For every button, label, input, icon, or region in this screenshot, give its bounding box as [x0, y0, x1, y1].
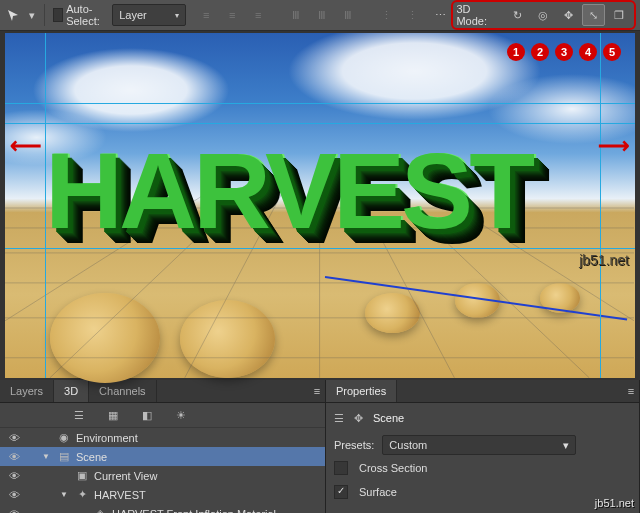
tree-item-label: HARVEST [94, 489, 325, 501]
auto-select-label: Auto-Select: [66, 3, 106, 27]
3d-drag-icon[interactable]: ✥ [556, 4, 580, 26]
canvas[interactable]: HARVEST ⟵ ⟶ 1 2 3 4 5 jb51.net [5, 33, 635, 378]
surface-label: Surface [359, 486, 397, 498]
visibility-icon[interactable]: 👁 [4, 508, 24, 514]
annotation-arrow-right: ⟶ [598, 133, 630, 159]
3d-slide-icon[interactable]: ⤡ [582, 4, 606, 26]
chevron-down-icon: ▾ [175, 11, 179, 20]
annotation-badge: 2 [531, 43, 549, 61]
camera-icon: ▣ [74, 469, 90, 482]
3d-rotate-icon[interactable]: ↻ [505, 4, 529, 26]
sphere-icon: ◉ [56, 431, 72, 444]
watermark: jb51.net [579, 252, 629, 268]
hay-bale [180, 300, 275, 378]
properties-header: ☰ ✥ Scene [334, 407, 631, 429]
presets-dropdown[interactable]: Custom ▾ [382, 435, 576, 455]
filter-material-icon[interactable]: ◧ [138, 406, 156, 424]
coords-icon[interactable]: ✥ [354, 412, 363, 425]
watermark: jb51.net [595, 497, 634, 509]
scene-icon: ▤ [56, 450, 72, 463]
3d-roll-icon[interactable]: ◎ [531, 4, 555, 26]
tab-3d[interactable]: 3D [54, 380, 89, 402]
tree-item-label: Current View [94, 470, 325, 482]
cross-section-label: Cross Section [359, 462, 427, 474]
align-hcenter-icon[interactable]: Ⅲ [310, 3, 334, 27]
tree-item[interactable]: 👁▣Current View [0, 466, 325, 485]
scene-icon: ☰ [334, 412, 344, 425]
guide[interactable] [5, 103, 635, 104]
3d-filter-bar: ☰ ▦ ◧ ☀ [0, 403, 325, 428]
presets-value: Custom [389, 439, 427, 451]
surface-row: Surface [334, 485, 631, 499]
tab-channels[interactable]: Channels [89, 380, 156, 402]
align-right-icon[interactable]: Ⅲ [336, 3, 360, 27]
align-left-icon[interactable]: Ⅲ [284, 3, 308, 27]
cross-section-row[interactable]: Cross Section [334, 461, 631, 475]
distribute-group: Ⅲ Ⅲ Ⅲ [284, 3, 360, 27]
tree-item[interactable]: 👁▼▤Scene [0, 447, 325, 466]
auto-select-checkbox[interactable] [53, 8, 63, 22]
3d-mode-group: 3D Mode: ↻ ◎ ✥ ⤡ ❐ [451, 0, 636, 30]
tree-item-label: HARVEST Front Inflation Material [112, 508, 325, 514]
filter-light-icon[interactable]: ☀ [172, 406, 190, 424]
annotation-badge: 3 [555, 43, 573, 61]
panel-menu-icon[interactable]: ≡ [309, 380, 325, 402]
properties-body: ☰ ✥ Scene Presets: Custom ▾ Cross Sectio… [326, 403, 639, 503]
more-align-icon[interactable]: ⋯ [432, 3, 449, 27]
3d-mode-label: 3D Mode: [456, 3, 499, 27]
move-tool-icon[interactable] [4, 3, 21, 27]
align-bottom-icon[interactable]: ≡ [246, 3, 270, 27]
align-top-icon[interactable]: ≡ [194, 3, 218, 27]
tab-layers[interactable]: Layers [0, 380, 54, 402]
tree-item[interactable]: 👁◈HARVEST Front Inflation Material [0, 504, 325, 513]
panel-menu-icon[interactable]: ≡ [623, 380, 639, 402]
material-icon: ◈ [92, 507, 108, 513]
distribute-h-icon[interactable]: ⋮ [374, 3, 398, 27]
tree-item[interactable]: 👁◉Environment [0, 428, 325, 447]
annotation-badge: 4 [579, 43, 597, 61]
auto-select-mode-dropdown[interactable]: Layer ▾ [112, 4, 186, 26]
distribute-spacing-group: ⋮ ⋮ [374, 3, 424, 27]
surface-checkbox[interactable] [334, 485, 348, 499]
divider [44, 4, 45, 26]
auto-select-mode-value: Layer [119, 9, 147, 21]
guide[interactable] [600, 33, 601, 378]
visibility-icon[interactable]: 👁 [4, 470, 24, 482]
3d-scene-tree[interactable]: 👁◉Environment👁▼▤Scene👁▣Current View👁▼✦HA… [0, 428, 325, 513]
surface-check[interactable]: Surface [334, 485, 397, 499]
annotation-badge: 1 [507, 43, 525, 61]
visibility-icon[interactable]: 👁 [4, 451, 24, 463]
left-panel-tabs: Layers 3D Channels ≡ [0, 380, 325, 403]
tab-properties[interactable]: Properties [326, 380, 397, 402]
options-bar: ▾ Auto-Select: Layer ▾ ≡ ≡ ≡ Ⅲ Ⅲ Ⅲ ⋮ ⋮ ⋯… [0, 0, 640, 31]
annotation-badge: 5 [603, 43, 621, 61]
tree-item[interactable]: 👁▼✦HARVEST [0, 485, 325, 504]
align-vcenter-icon[interactable]: ≡ [220, 3, 244, 27]
filter-mesh-icon[interactable]: ▦ [104, 406, 122, 424]
3d-scale-icon[interactable]: ❐ [607, 4, 631, 26]
distribute-v-icon[interactable]: ⋮ [400, 3, 424, 27]
guide[interactable] [5, 123, 635, 124]
hay-bale [50, 293, 160, 383]
tool-preset-picker[interactable]: ▾ [23, 3, 40, 27]
mesh-icon: ✦ [74, 488, 90, 501]
visibility-icon[interactable]: 👁 [4, 489, 24, 501]
hay-bale [365, 293, 420, 333]
3d-text[interactable]: HARVEST [45, 128, 531, 253]
viewport: HARVEST ⟵ ⟶ 1 2 3 4 5 jb51.net [0, 31, 640, 380]
annotation-arrow-left: ⟵ [10, 133, 42, 159]
panels: Layers 3D Channels ≡ ☰ ▦ ◧ ☀ 👁◉Environme… [0, 380, 640, 513]
chevron-down-icon: ▾ [563, 439, 569, 452]
tree-item-label: Scene [76, 451, 325, 463]
3d-panel: Layers 3D Channels ≡ ☰ ▦ ◧ ☀ 👁◉Environme… [0, 380, 326, 513]
filter-scene-icon[interactable]: ☰ [70, 406, 88, 424]
auto-select-option[interactable]: Auto-Select: [53, 3, 106, 27]
properties-panel: Properties ≡ ☰ ✥ Scene Presets: Custom ▾… [326, 380, 640, 513]
align-group: ≡ ≡ ≡ [194, 3, 270, 27]
tree-item-label: Environment [76, 432, 325, 444]
disclose-icon[interactable]: ▼ [60, 490, 70, 499]
disclose-icon[interactable]: ▼ [42, 452, 52, 461]
presets-label: Presets: [334, 439, 374, 451]
cross-section-checkbox[interactable] [334, 461, 348, 475]
visibility-icon[interactable]: 👁 [4, 432, 24, 444]
